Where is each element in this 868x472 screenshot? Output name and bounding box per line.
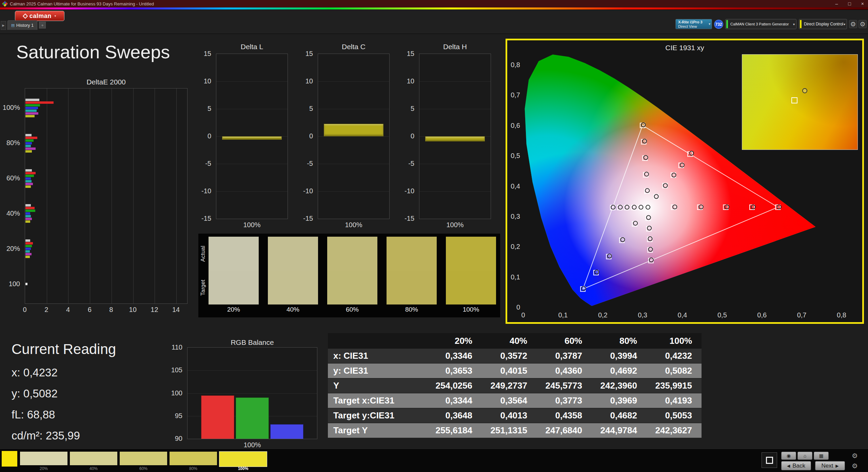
y-tick-label: -10 <box>396 187 414 195</box>
table-cell: 249,2737 <box>481 380 536 391</box>
gridline <box>318 164 389 164</box>
table-cell: 0,3346 <box>426 351 481 361</box>
y-tick-label: 10 <box>193 77 211 85</box>
measured-marker <box>581 287 586 291</box>
comparator-swatch-100% <box>446 237 496 304</box>
y-tick-label: 5 <box>193 105 211 113</box>
toolbar: calman ▾ ▶ ▤ History 1 + X-Rite i1Pro 3 … <box>0 10 868 34</box>
meter-dropdown[interactable]: X-Rite i1Pro 3 Direct View ▾ <box>675 19 712 29</box>
x-tick-label: 10 <box>129 306 137 314</box>
table-header-cell: 40% <box>481 336 536 346</box>
deltaH-bar <box>425 136 485 141</box>
gridline <box>176 88 177 303</box>
y-tick-label: 10 <box>295 77 313 85</box>
gear-icon[interactable]: ⚙ <box>852 462 858 470</box>
rgb-balance-chart <box>187 347 317 439</box>
gear-icon[interactable]: ⚙ <box>849 20 857 28</box>
panel-expander-button[interactable]: ▶ <box>1 21 6 30</box>
pattern-swatch-40%[interactable] <box>70 452 117 465</box>
pattern-generator-dropdown[interactable]: CalMAN Client 3 Pattern Generator ▾ <box>725 19 796 29</box>
deltaE-bar <box>25 142 32 144</box>
actual-swatch <box>446 237 496 271</box>
table-row: Target x:CIE310,33440,35640,37730,39690,… <box>328 393 702 408</box>
measured-marker <box>645 189 649 193</box>
deltaE-bar <box>25 99 39 101</box>
deltaE-bar <box>25 210 35 212</box>
display-control-dropdown[interactable]: Direct Display Control ▾ <box>799 19 847 29</box>
table-row-label: Target Y <box>328 425 426 436</box>
y-tick-label: 0 <box>396 132 414 140</box>
svg-text:0,3: 0,3 <box>638 311 647 319</box>
target-marker <box>791 97 797 103</box>
y-tick-label: 15 <box>396 50 414 58</box>
gridline <box>188 370 317 371</box>
layout-grid-button[interactable]: ▦ <box>814 452 829 460</box>
gridline <box>216 109 288 109</box>
pattern-swatch-100%[interactable] <box>219 452 267 467</box>
measured-marker <box>802 88 807 93</box>
svg-text:0: 0 <box>516 303 520 311</box>
gridline <box>68 88 68 303</box>
deltaE-bar <box>25 137 37 139</box>
calman-logo-button[interactable]: calman ▾ <box>15 11 64 21</box>
table-cell: 0,3344 <box>426 395 481 406</box>
tab-history-1[interactable]: ▤ History 1 <box>7 20 37 30</box>
deltaE2000-chart <box>25 88 188 304</box>
table-row-label: Target x:CIE31 <box>328 395 426 406</box>
deltaH-chart <box>419 54 491 219</box>
y-tick-label: 100 <box>164 389 182 397</box>
pattern-swatch-60%[interactable] <box>120 452 167 465</box>
x-tick-label: 2 <box>44 306 48 314</box>
gear-icon[interactable]: ⚙ <box>859 20 867 28</box>
y-tick-label: 80% <box>0 139 20 147</box>
y-tick-label: 5 <box>396 105 414 113</box>
gridline <box>133 88 134 303</box>
table-row: y: CIE310,36530,40150,43600,46920,5082 <box>328 363 702 378</box>
measure-button[interactable]: ◉ <box>781 452 796 460</box>
rgb-bar-red <box>201 395 234 439</box>
svg-text:0,4: 0,4 <box>678 311 687 319</box>
close-icon[interactable]: × <box>861 1 864 6</box>
gear-icon[interactable]: ⚙ <box>852 452 858 460</box>
display-control-color-bar <box>800 20 802 28</box>
add-tab-button[interactable]: + <box>39 22 46 28</box>
svg-text:0,8: 0,8 <box>837 311 846 319</box>
measured-marker <box>608 254 612 258</box>
x-tick-label: 14 <box>172 306 180 314</box>
meter-status-badge[interactable]: 732 <box>714 20 723 29</box>
table-cell: 0,3773 <box>536 395 591 406</box>
deltaE-bar <box>25 101 54 104</box>
svg-text:0,1: 0,1 <box>511 273 520 281</box>
deltaE2000-chart-title: DeltaE 2000 <box>25 78 188 86</box>
gridline <box>419 164 491 164</box>
comparator-swatch-20% <box>209 237 259 304</box>
tab-icon: ▤ <box>11 23 15 27</box>
minimize-icon[interactable]: – <box>835 1 838 6</box>
back-button[interactable]: ◀ Back <box>781 461 811 470</box>
window-title: Calman 2025 Calman Ultimate for Business… <box>10 1 154 6</box>
pattern-swatch-20%[interactable] <box>20 452 67 465</box>
comparator-swatch-80% <box>387 237 437 304</box>
next-button[interactable]: Next ▶ <box>815 461 845 470</box>
target-swatch <box>446 271 496 304</box>
deltaC-y-axis: 151050-5-10-15 <box>297 54 316 219</box>
measured-marker <box>645 172 649 176</box>
home-button[interactable]: ⌂ <box>797 452 812 460</box>
calman-logo-label: calman <box>29 13 52 20</box>
table-cell: 0,3564 <box>481 395 536 406</box>
table-cell: 0,3994 <box>591 351 646 361</box>
pattern-swatch-80%[interactable] <box>170 452 217 465</box>
table-cell: 0,4232 <box>646 351 701 361</box>
deltaE-bar <box>25 220 30 223</box>
y-tick-label: 40% <box>0 210 20 217</box>
deltaL-bar <box>222 136 282 140</box>
measured-marker <box>648 237 652 241</box>
deltaE-bar <box>25 148 36 150</box>
cie-zoom-inset <box>742 54 858 150</box>
maximize-icon[interactable]: □ <box>848 1 851 6</box>
table-cell: 0,4692 <box>591 366 646 376</box>
table-row-label: y: CIE31 <box>328 366 426 376</box>
measured-marker <box>643 139 647 143</box>
pattern-window-button[interactable] <box>762 452 777 468</box>
pattern-bar: ◉ ⌂ ▦ ◀ Back Next ▶ ⚙ ⚙ 20%40%60%80%100% <box>0 449 868 472</box>
